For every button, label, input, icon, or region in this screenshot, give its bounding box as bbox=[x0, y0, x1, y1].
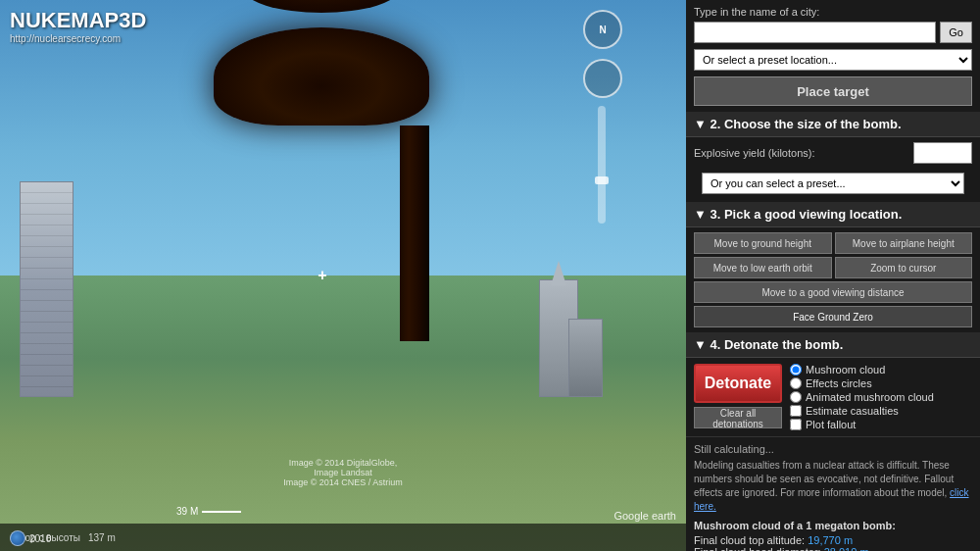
scale-bar: 39 M bbox=[176, 506, 241, 517]
mushroom-cap-top bbox=[243, 0, 400, 13]
detonate-area: Detonate Clear all detonations Mushroom … bbox=[686, 358, 980, 436]
section2-label: ▼ 2. Choose the size of the bomb. bbox=[694, 117, 902, 131]
watermark-line1: Image © 2014 DigitalGlobe, bbox=[283, 458, 403, 468]
google-earth-logo: Google earth bbox=[613, 510, 676, 522]
building-tall bbox=[20, 181, 74, 397]
preset-location-select[interactable]: Or select a preset location... bbox=[694, 49, 972, 71]
city-search-section: Type in the name of a city: Go Or select… bbox=[686, 0, 980, 112]
section4-label: ▼ 4. Detonate the bomb. bbox=[694, 337, 843, 352]
city-input[interactable] bbox=[694, 22, 936, 43]
move-ground-button[interactable]: Move to ground height bbox=[694, 232, 832, 254]
effects-circles-label: Effects circles bbox=[806, 377, 872, 389]
info-text: Modeling casualties from a nuclear attac… bbox=[694, 459, 972, 514]
logo-title: NUKEMAP3D bbox=[10, 8, 146, 33]
yield-row: Explosive yield (kilotons): 1000 bbox=[686, 137, 980, 169]
info-body: Modeling casualties from a nuclear attac… bbox=[694, 460, 954, 498]
bottom-bar: 2010 обзор с высоты 137 m bbox=[0, 524, 686, 551]
animated-cloud-radio[interactable] bbox=[790, 391, 802, 403]
cloud-info: Mushroom cloud of a 1 megaton bomb: Fina… bbox=[694, 520, 972, 551]
cloud-diameter-value: 28,010 m bbox=[824, 546, 869, 551]
year-label: 2010 bbox=[29, 533, 51, 544]
move-viewing-button[interactable]: Move to a good viewing distance bbox=[694, 281, 972, 303]
watermark: Image © 2014 DigitalGlobe, Image Landsat… bbox=[283, 458, 403, 487]
option-animated-cloud: Animated mushroom cloud bbox=[790, 391, 972, 403]
section2-header: ▼ 2. Choose the size of the bomb. bbox=[686, 112, 980, 137]
logo-area: NUKEMAP3D http://nuclearsecrecy.com bbox=[10, 8, 146, 44]
google-earth-text: Google earth bbox=[613, 510, 676, 522]
detonate-col: Detonate Clear all detonations bbox=[694, 364, 782, 428]
year-badge: 2010 bbox=[10, 530, 51, 546]
zoom-cursor-button[interactable]: Zoom to cursor bbox=[835, 257, 973, 278]
watermark-line2: Image Landsat bbox=[283, 468, 403, 477]
zoom-circle[interactable] bbox=[583, 59, 622, 98]
section4-header: ▼ 4. Detonate the bomb. bbox=[686, 332, 980, 358]
earth-icon bbox=[10, 530, 25, 546]
animated-cloud-label: Animated mushroom cloud bbox=[806, 391, 934, 403]
casualties-label: Estimate casualties bbox=[806, 405, 899, 417]
logo-subtitle: http://nuclearsecrecy.com bbox=[10, 33, 146, 44]
option-fallout: Plot fallout bbox=[790, 419, 972, 430]
move-airplane-button[interactable]: Move to airplane height bbox=[835, 232, 973, 254]
mushroom-cloud-label: Mushroom cloud bbox=[806, 364, 885, 376]
view-buttons-grid: Move to ground height Move to airplane h… bbox=[686, 227, 980, 332]
mushroom-stem bbox=[400, 125, 429, 341]
fallout-checkbox[interactable] bbox=[790, 419, 802, 430]
mushroom-cap bbox=[214, 27, 429, 125]
option-mushroom-cloud: Mushroom cloud bbox=[790, 364, 972, 376]
cloud-diameter: Final cloud head diameter: 28,010 m bbox=[694, 546, 972, 551]
map-view[interactable]: NUKEMAP3D http://nuclearsecrecy.com N + … bbox=[0, 0, 686, 551]
scale-label: 39 M bbox=[176, 506, 198, 517]
yield-input[interactable]: 1000 bbox=[913, 142, 972, 164]
casualties-checkbox[interactable] bbox=[790, 405, 802, 417]
zoom-slider-thumb bbox=[595, 176, 609, 184]
city-label: Type in the name of a city: bbox=[694, 6, 972, 18]
effects-circles-radio[interactable] bbox=[790, 377, 802, 389]
compass[interactable]: N bbox=[583, 10, 622, 49]
place-target-button[interactable]: Place target bbox=[694, 76, 972, 106]
options-col: Mushroom cloud Effects circles Animated … bbox=[790, 364, 972, 430]
mushroom-cloud bbox=[214, 0, 429, 341]
scale-line bbox=[202, 511, 241, 513]
altitude-value: 137 m bbox=[88, 532, 116, 543]
crosshair: + bbox=[318, 267, 326, 284]
go-button[interactable]: Go bbox=[940, 22, 972, 43]
clear-detonations-button[interactable]: Clear all detonations bbox=[694, 407, 782, 428]
mushroom-cloud-radio[interactable] bbox=[790, 364, 802, 376]
control-panel: Type in the name of a city: Go Or select… bbox=[686, 0, 980, 551]
cloud-top-alt: Final cloud top altitude: 19,770 m bbox=[694, 534, 972, 546]
section3-label: ▼ 3. Pick a good viewing location. bbox=[694, 207, 902, 222]
city-search-row: Go bbox=[694, 22, 972, 43]
fallout-label: Plot fallout bbox=[806, 419, 856, 430]
still-calculating-text: Still calculating... bbox=[694, 443, 972, 455]
preset-bomb-select[interactable]: Or you can select a preset... bbox=[702, 173, 964, 194]
cloud-top-value: 19,770 m bbox=[808, 534, 853, 546]
face-ground-zero-button[interactable]: Face Ground Zero bbox=[694, 306, 972, 327]
compass-n-label: N bbox=[599, 25, 606, 35]
detonate-button[interactable]: Detonate bbox=[694, 364, 782, 403]
option-casualties: Estimate casualties bbox=[790, 405, 972, 417]
status-section: Still calculating... Modeling casualties… bbox=[686, 436, 980, 551]
watermark-line3: Image © 2014 CNES / Astrium bbox=[283, 477, 403, 487]
yield-label: Explosive yield (kilotons): bbox=[694, 147, 815, 159]
zoom-slider[interactable] bbox=[598, 106, 606, 224]
option-effects-circles: Effects circles bbox=[790, 377, 972, 389]
section3-header: ▼ 3. Pick a good viewing location. bbox=[686, 202, 980, 227]
move-low-orbit-button[interactable]: Move to low earth orbit bbox=[694, 257, 832, 278]
cloud-heading: Mushroom cloud of a 1 megaton bomb: bbox=[694, 520, 972, 531]
building-mid bbox=[568, 319, 603, 397]
